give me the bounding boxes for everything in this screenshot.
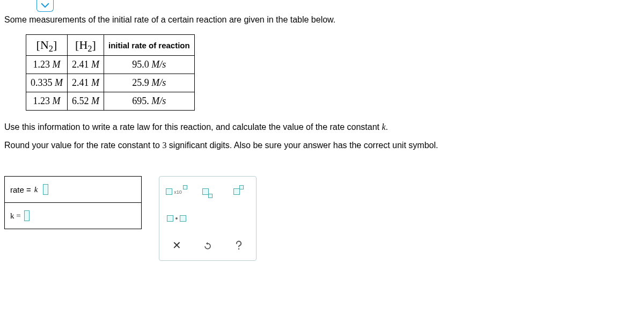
rate-input-row[interactable]: rate = k <box>5 177 141 203</box>
measurements-table: [N2] [H2] initial rate of reaction 1.23 … <box>26 34 195 111</box>
table-row: 0.335 M 2.41 M 25.9 M/s <box>26 74 195 92</box>
instruction-round: Round your value for the rate constant t… <box>4 141 640 150</box>
palette-scientific-notation[interactable]: x10 <box>163 180 191 203</box>
table-row: 1.23 M 2.41 M 95.0 M/s <box>26 56 195 74</box>
instruction-rate-law: Use this information to write a rate law… <box>4 122 640 132</box>
palette-multiply-dot[interactable]: • <box>163 207 191 230</box>
table-row: 1.23 M 6.52 M 695. M/s <box>26 92 195 111</box>
undo-icon <box>202 240 213 251</box>
palette-subscript[interactable] <box>194 180 222 203</box>
answer-panel: rate = k k = <box>4 176 142 229</box>
input-palette: x10 • ✕ <box>159 176 257 261</box>
k-label: k = <box>10 211 21 221</box>
expand-chevron-button[interactable] <box>36 0 54 12</box>
palette-superscript[interactable] <box>225 180 253 203</box>
palette-help-button[interactable] <box>225 233 253 257</box>
k-symbol: k <box>34 185 38 194</box>
col-header-n2: [N2] <box>26 35 68 56</box>
x-icon: ✕ <box>172 239 181 252</box>
palette-undo-button[interactable] <box>194 233 222 257</box>
k-input-field[interactable] <box>24 210 30 221</box>
col-header-rate: initial rate of reaction <box>104 35 195 56</box>
chevron-down-icon <box>41 2 49 9</box>
help-icon <box>233 240 244 251</box>
col-header-h2: [H2] <box>68 35 104 56</box>
rate-label: rate = <box>10 185 31 194</box>
rate-input-field[interactable] <box>43 184 48 195</box>
k-input-row[interactable]: k = <box>5 203 141 229</box>
intro-text: Some measurements of the initial rate of… <box>4 15 640 25</box>
svg-point-0 <box>238 248 240 250</box>
palette-clear-button[interactable]: ✕ <box>163 233 191 257</box>
